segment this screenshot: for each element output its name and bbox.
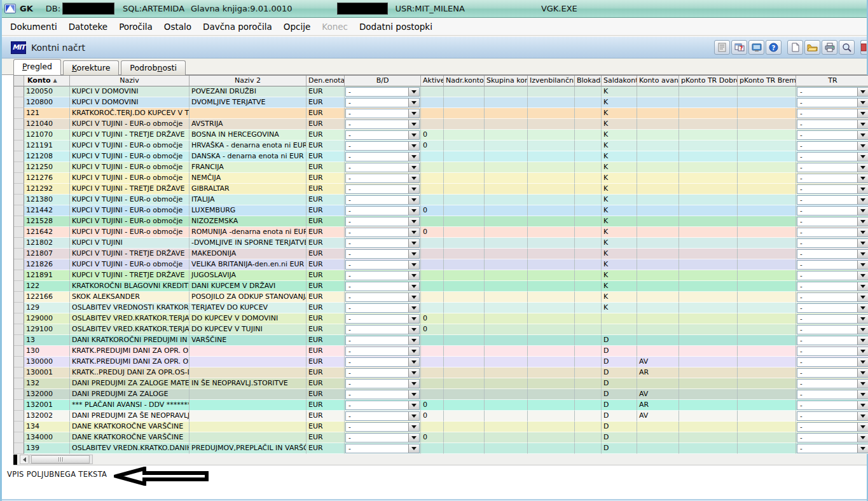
row-selector[interactable] — [14, 303, 24, 313]
new-file-icon[interactable] — [787, 40, 803, 55]
row-selector[interactable] — [14, 292, 24, 303]
dropdown-combo[interactable]: - — [797, 347, 868, 356]
chevron-down-icon[interactable] — [408, 271, 419, 280]
dropdown-combo[interactable]: - — [797, 206, 868, 216]
column-header-konto[interactable]: Konto▲ — [24, 76, 70, 86]
table-row[interactable]: 122166SKOK ALEKSANDERPOSOJILO ZA ODKUP S… — [14, 292, 868, 303]
dropdown-combo[interactable]: - — [797, 217, 868, 226]
dropdown-combo[interactable]: - — [797, 444, 868, 453]
column-header-aktiven[interactable]: Aktiven — [421, 76, 444, 86]
chevron-down-icon[interactable] — [408, 228, 419, 237]
tab-pregled[interactable]: Pregled — [13, 59, 61, 75]
chevron-down-icon[interactable] — [408, 88, 419, 96]
menu-item-dodatni-postopki[interactable]: Dodatni postopki — [354, 19, 438, 34]
table-row[interactable]: 120050KUPCI V DOMOVINIPOVEZANI DRUŽBIEUR… — [14, 86, 868, 97]
row-selector[interactable] — [14, 346, 24, 357]
row-selector[interactable] — [14, 324, 24, 335]
column-header-konto-avansa[interactable]: Konto avansa — [637, 76, 679, 86]
chevron-down-icon[interactable] — [857, 315, 868, 323]
table-row[interactable]: 121040KUPCI V TUJINI - EUR-o območjeAVST… — [14, 119, 868, 130]
dropdown-combo[interactable]: - — [345, 303, 420, 313]
dropdown-combo[interactable]: - — [345, 336, 420, 345]
chevron-down-icon[interactable] — [408, 304, 419, 312]
chevron-down-icon[interactable] — [408, 336, 419, 345]
table-row[interactable]: 132DANI PREDUJMI ZA ZALOGE MATER.IN ŠE N… — [14, 378, 868, 389]
dropdown-combo[interactable]: - — [797, 390, 868, 399]
chevron-down-icon[interactable] — [857, 347, 868, 355]
menu-item-datoteke[interactable]: Datoteke — [63, 19, 113, 34]
row-selector[interactable] — [14, 141, 24, 151]
chevron-down-icon[interactable] — [408, 380, 419, 388]
chevron-down-icon[interactable] — [408, 207, 419, 215]
table-row[interactable]: 121070KUPCI V TUJINI - TRETJE DRŽAVEBOSN… — [14, 130, 868, 141]
table-row[interactable]: 121802KUPCI V TUJINI-DVOMLJIVE IN SPORNE… — [14, 238, 868, 249]
menu-item-dav-na-poro-ila[interactable]: Davčna poročila — [197, 19, 278, 34]
row-selector[interactable] — [14, 443, 24, 454]
print-icon[interactable] — [822, 40, 837, 55]
dropdown-combo[interactable]: - — [345, 379, 420, 388]
row-selector[interactable] — [14, 97, 24, 108]
monitor-icon[interactable] — [748, 40, 764, 55]
chevron-down-icon[interactable] — [408, 261, 419, 269]
row-selector[interactable] — [14, 195, 24, 205]
dropdown-combo[interactable]: - — [345, 120, 420, 129]
table-row[interactable]: 139OSLABITEV VREDN.KRATKO.DANIHPREDUJMOV… — [14, 443, 868, 454]
dropdown-combo[interactable]: - — [797, 228, 868, 237]
chevron-down-icon[interactable] — [857, 434, 868, 442]
chevron-down-icon[interactable] — [857, 401, 868, 409]
column-header-naziv-2[interactable]: Naziv 2 — [189, 76, 307, 86]
chevron-down-icon[interactable] — [857, 142, 868, 150]
dropdown-combo[interactable]: - — [345, 184, 420, 194]
table-row[interactable]: 129100OSLABITEV VRED.KRATKOR.TERJAT.DO K… — [14, 324, 868, 335]
chevron-down-icon[interactable] — [408, 358, 419, 366]
search-icon[interactable] — [839, 40, 855, 55]
table-row[interactable]: 130000KRATK.PREDUJMI DANI ZA OPR. OSEUR-… — [14, 357, 868, 367]
dropdown-combo[interactable]: - — [797, 303, 868, 313]
dropdown-combo[interactable]: - — [345, 217, 420, 226]
table-row[interactable]: 121292KUPCI V TUJINI - TRETJE DRŽAVEGIBR… — [14, 184, 868, 195]
dropdown-combo[interactable]: - — [797, 249, 868, 259]
dropdown-combo[interactable]: - — [345, 390, 420, 399]
dropdown-combo[interactable]: - — [345, 325, 420, 334]
chevron-down-icon[interactable] — [857, 174, 868, 182]
tab-podrobnosti[interactable]: Podrobnosti — [121, 60, 186, 75]
dropdown-combo[interactable]: - — [345, 357, 420, 367]
chevron-down-icon[interactable] — [408, 239, 419, 247]
chevron-down-icon[interactable] — [857, 207, 868, 215]
menu-item-dokumenti[interactable]: Dokumenti — [4, 19, 63, 34]
chevron-down-icon[interactable] — [857, 163, 868, 172]
dropdown-combo[interactable]: - — [797, 422, 868, 432]
dropdown-combo[interactable]: - — [345, 347, 420, 356]
dropdown-combo[interactable]: - — [345, 238, 420, 248]
table-row[interactable]: 132001*** PLAČANI AVANSI - DDV ********E… — [14, 400, 868, 411]
table-row[interactable]: 130KRATK.PREDUJMI DANI ZA OPR. OSEUR-D- — [14, 346, 868, 357]
dropdown-combo[interactable]: - — [797, 109, 868, 118]
dropdown-combo[interactable]: - — [345, 206, 420, 216]
chevron-down-icon[interactable] — [408, 326, 419, 334]
column-header-pkonto-tr-breme[interactable]: pKonto TR Breme — [738, 76, 796, 86]
scrollbar-track[interactable] — [29, 455, 93, 464]
row-selector[interactable] — [14, 238, 24, 249]
table-row[interactable]: 121891KUPCI V TUJINI - TRETJE DRŽAVEJUGO… — [14, 270, 868, 281]
menu-item-opcije[interactable]: Opcije — [278, 19, 316, 34]
dropdown-combo[interactable]: - — [797, 357, 868, 367]
dropdown-combo[interactable]: - — [345, 152, 420, 161]
dropdown-combo[interactable]: - — [797, 314, 868, 324]
chevron-down-icon[interactable] — [857, 228, 868, 237]
column-header-den-enota[interactable]: Den.enota — [307, 76, 345, 86]
chevron-down-icon[interactable] — [408, 153, 419, 161]
dropdown-combo[interactable]: - — [345, 163, 420, 172]
table-row[interactable]: 121208KUPCI V TUJINI - EUR-o območjeDANS… — [14, 151, 868, 162]
chevron-down-icon[interactable] — [857, 282, 868, 291]
row-selector[interactable] — [14, 173, 24, 184]
row-selector[interactable] — [14, 205, 24, 216]
chevron-down-icon[interactable] — [408, 163, 419, 172]
chevron-down-icon[interactable] — [408, 142, 419, 150]
chevron-down-icon[interactable] — [408, 99, 419, 107]
chevron-down-icon[interactable] — [857, 369, 868, 377]
row-selector[interactable] — [14, 422, 24, 432]
table-row[interactable]: 121250KUPCI V TUJINI - EUR-o območjeFRAN… — [14, 162, 868, 173]
dropdown-combo[interactable]: - — [345, 130, 420, 140]
chevron-down-icon[interactable] — [408, 174, 419, 182]
chevron-down-icon[interactable] — [408, 444, 419, 453]
